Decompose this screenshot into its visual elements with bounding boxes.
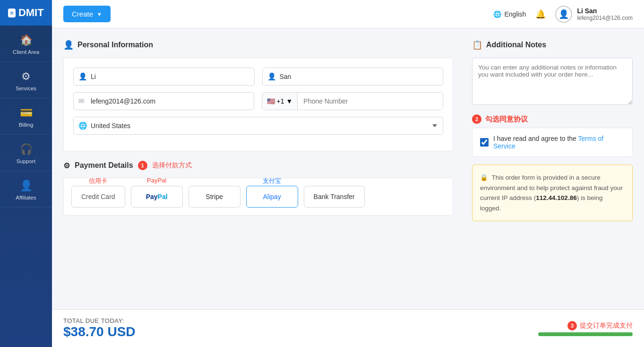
country-select[interactable]: United States China United Kingdom Japan… — [73, 117, 443, 135]
contact-row: ✉ 🇺🇸 +1 ▼ — [73, 92, 443, 110]
country-group: 🌐 United States China United Kingdom Jap… — [73, 117, 443, 135]
person-icon-2: 👤 — [267, 72, 276, 81]
bank-transfer-label: Bank Transfer — [314, 193, 355, 200]
security-notice: 🔒 This order form is provided in a secur… — [472, 165, 633, 221]
payment-method-bank-transfer[interactable]: Bank Transfer — [304, 186, 365, 208]
payment-badge: 1 — [138, 161, 147, 170]
sidebar-label-client-area: Client Area — [13, 49, 39, 55]
credit-card-hint: 信用卡 — [89, 177, 107, 185]
home-icon: 🏠 — [20, 34, 33, 46]
alipay-label: Alipay — [263, 193, 281, 200]
additional-notes-title: Additional Notes — [486, 41, 546, 49]
language-label: English — [504, 10, 526, 18]
step2-badge: 2 — [472, 114, 481, 124]
submit-progress-bar[interactable] — [538, 332, 633, 336]
sidebar-label-affiliates: Affiliates — [16, 195, 36, 200]
footer-right: 3 提交订单完成支付 — [538, 321, 633, 336]
sidebar-item-support[interactable]: 🎧 Support — [0, 135, 52, 171]
content-area: 👤 Personal Information 👤 👤 ✉ — [52, 28, 644, 309]
last-name-group: 👤 — [262, 68, 444, 86]
payment-header: ⚙ Payment Details 1 选择付款方式 — [63, 161, 453, 170]
phone-prefix-selector[interactable]: 🇺🇸 +1 ▼ — [262, 93, 298, 110]
sidebar-item-affiliates[interactable]: 👤 Affiliates — [0, 171, 52, 208]
personal-info-title: Personal Information — [77, 41, 153, 49]
user-menu[interactable]: 👤 Li San lefeng2014@126.com — [555, 6, 633, 23]
payment-icon: ⚙ — [63, 161, 70, 170]
main-area: Create ▼ 🌐 English 🔔 👤 Li San lefeng2014… — [52, 0, 644, 347]
paypal-label: PayPal — [146, 193, 168, 200]
personal-info-header: 👤 Personal Information — [63, 40, 453, 50]
tos-text: I have read and agree to the Terms of Se… — [493, 135, 625, 150]
step2-row: 2 勾选同意协议 — [472, 114, 633, 124]
payment-methods-container: 信用卡 Credit Card PayPal PayPal Stripe 支付宝… — [63, 178, 453, 216]
right-panel: 📋 Additional Notes 2 勾选同意协议 I have read … — [464, 28, 644, 309]
stripe-label: Stripe — [206, 193, 223, 200]
paypal-hint: PayPal — [147, 177, 166, 184]
phone-code: +1 — [277, 97, 284, 105]
sidebar-label-billing: Billing — [19, 122, 34, 128]
person-icon: 👤 — [78, 72, 87, 81]
avatar: 👤 — [555, 6, 572, 23]
phone-dropdown-icon: ▼ — [286, 97, 292, 105]
language-selector[interactable]: 🌐 English — [493, 10, 526, 18]
create-arrow-icon: ▼ — [97, 11, 102, 17]
user-email: lefeng2014@126.com — [577, 15, 633, 21]
billing-icon: 💳 — [20, 107, 33, 119]
alipay-hint: 支付宝 — [263, 177, 281, 185]
flag-icon: 🇺🇸 — [267, 97, 275, 105]
sidebar-label-support: Support — [17, 158, 35, 164]
sidebar-item-client-area[interactable]: 🏠 Client Area — [0, 26, 52, 62]
first-name-group: 👤 — [73, 68, 255, 86]
notes-icon: 📋 — [472, 40, 482, 50]
step3-row: 3 提交订单完成支付 — [567, 321, 633, 330]
payment-method-credit-card[interactable]: 信用卡 Credit Card — [71, 186, 125, 208]
additional-notes-header: 📋 Additional Notes — [472, 40, 633, 50]
step2-label: 勾选同意协议 — [485, 115, 528, 124]
total-amount: $38.70 USD — [63, 324, 136, 339]
last-name-input[interactable] — [262, 68, 444, 86]
globe-icon: 🌐 — [78, 121, 87, 130]
total-section: TOTAL DUE TODAY: $38.70 USD — [63, 317, 136, 339]
first-name-input[interactable] — [73, 68, 255, 86]
logo-text: DMIT — [18, 7, 44, 19]
footer-bar: TOTAL DUE TODAY: $38.70 USD 3 提交订单完成支付 — [52, 309, 644, 347]
phone-input[interactable] — [298, 93, 443, 110]
create-button[interactable]: Create ▼ — [63, 6, 111, 22]
user-name: Li San — [577, 7, 633, 15]
services-icon: ⚙ — [21, 70, 31, 83]
sidebar: ≡ DMIT 🏠 Client Area ⚙ Services 💳 Billin… — [0, 0, 52, 347]
tos-checkbox[interactable] — [480, 138, 489, 147]
payment-hint: 选择付款方式 — [152, 161, 192, 170]
payment-method-stripe[interactable]: Stripe — [189, 186, 240, 208]
logo-icon: ≡ — [8, 9, 16, 17]
tos-checkbox-row: I have read and agree to the Terms of Se… — [472, 128, 633, 157]
phone-group: 🇺🇸 +1 ▼ — [262, 92, 444, 110]
security-ip: 112.44.102.86 — [536, 194, 576, 201]
affiliates-icon: 👤 — [20, 180, 33, 192]
email-group: ✉ — [73, 92, 254, 110]
personal-info-card: 👤 👤 ✉ 🇺🇸 — [63, 58, 453, 151]
payment-method-alipay[interactable]: 支付宝 Alipay — [246, 186, 298, 208]
total-label: TOTAL DUE TODAY: — [63, 317, 136, 324]
notifications-bell[interactable]: 🔔 — [535, 9, 546, 19]
sidebar-label-services: Services — [16, 86, 36, 91]
step3-badge: 3 — [567, 321, 577, 330]
sidebar-item-billing[interactable]: 💳 Billing — [0, 98, 52, 135]
personal-info-icon: 👤 — [63, 40, 74, 50]
topbar: Create ▼ 🌐 English 🔔 👤 Li San lefeng2014… — [52, 0, 644, 28]
left-panel: 👤 Personal Information 👤 👤 ✉ — [52, 28, 464, 309]
email-icon: ✉ — [78, 97, 85, 105]
payment-method-paypal[interactable]: PayPal PayPal — [131, 186, 183, 208]
language-icon: 🌐 — [493, 10, 501, 18]
logo[interactable]: ≡ DMIT — [0, 0, 52, 26]
support-icon: 🎧 — [20, 143, 33, 156]
lock-icon: 🔒 — [480, 174, 488, 181]
payment-title: Payment Details — [75, 161, 133, 170]
additional-notes-input[interactable] — [472, 58, 633, 105]
sidebar-item-services[interactable]: ⚙ Services — [0, 62, 52, 98]
email-input[interactable] — [73, 92, 254, 110]
create-label: Create — [72, 10, 93, 18]
name-row: 👤 👤 — [73, 68, 443, 86]
credit-card-label: Credit Card — [81, 193, 115, 200]
step3-hint: 提交订单完成支付 — [580, 321, 633, 330]
